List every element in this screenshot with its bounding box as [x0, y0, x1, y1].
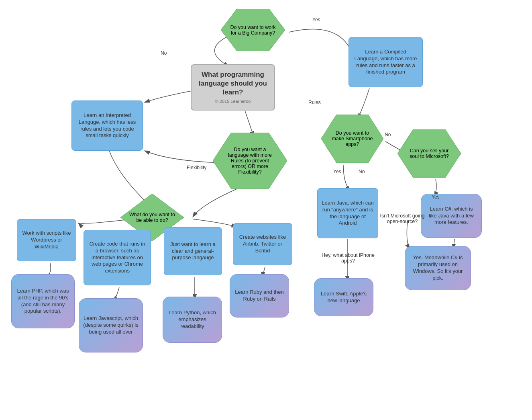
clear-lang-text: Just want to learn a clear and general-p…: [168, 241, 218, 262]
big-company-text: Do you want to work for a Big Company?: [221, 21, 285, 39]
create-websites-text: Create websites like Airbnb, Twitter or …: [237, 234, 288, 254]
interpreted-lang-text: Learn an Interpreted Languge, which has …: [76, 112, 139, 139]
label-no-big: No: [161, 50, 167, 56]
label-rules: Rules: [308, 100, 321, 105]
sell-soul-node: Can you sell your soul to Microsoft?: [397, 129, 461, 178]
label-yes-sell: Yes: [432, 194, 440, 200]
csharp-windows-text: Yes. Meanwhile C# is primarily used on W…: [409, 254, 467, 282]
label-yes-java: Yes: [333, 169, 341, 174]
browser-code-text: Create code that runs in a browser, such…: [88, 241, 147, 275]
sell-soul-text: Can you sell your soul to Microsoft?: [397, 145, 461, 162]
rules-or-flex-text: Do you want a language with more Rules (…: [213, 143, 287, 178]
learn-python-text: Learn Python, which emphasizes readabili…: [167, 309, 218, 330]
learn-java-node: Learn Java, which can run "anywhere" and…: [317, 188, 378, 238]
compiled-lang-text: Learn a Compiled Language, which has mor…: [353, 49, 418, 76]
learn-python-node: Learn Python, which emphasizes readabili…: [163, 297, 222, 343]
label-no-java: No: [359, 169, 365, 174]
label-flexibility: Flexibility: [187, 165, 206, 170]
learn-php-text: Learn PHP, which was all the rage in the…: [16, 288, 70, 315]
learn-csharp-node: Learn C#, which is like Java with a few …: [421, 194, 482, 238]
learn-ruby-text: Learn Ruby and then Ruby on Rails: [234, 289, 285, 303]
compiled-lang-node: Learn a Compiled Language, which has mor…: [349, 37, 423, 87]
interpreted-lang-node: Learn an Interpreted Languge, which has …: [71, 100, 143, 151]
learn-php-node: Learn PHP, which was all the rage in the…: [11, 274, 75, 328]
wordpress-text: Work with scripts like Wordpress or Wiki…: [21, 230, 72, 250]
smartphone-node: Do you want to make Smartphone apps?: [321, 115, 383, 163]
learn-java-text: Learn Java, which can run "anywhere" and…: [322, 200, 374, 227]
learn-csharp-text: Learn C#, which is like Java with a few …: [425, 206, 477, 226]
wordpress-node: Work with scripts like Wordpress or Wiki…: [17, 219, 76, 261]
learn-ruby-node: Learn Ruby and then Ruby on Rails: [230, 274, 289, 318]
main-question-text: What programming language should you lea…: [196, 70, 269, 97]
big-company-node: Do you want to work for a Big Company?: [221, 9, 285, 51]
csharp-windows-node: Yes. Meanwhile C# is primarily used on W…: [405, 246, 471, 290]
label-yes-big: Yes: [312, 17, 320, 23]
learn-swift-node: Learn Swift, Apple's new language: [314, 278, 373, 316]
label-no-smartphone: No: [385, 132, 391, 137]
learn-swift-text: Learn Swift, Apple's new language: [318, 291, 369, 304]
what-do-text: What do you want to be able to do?: [120, 209, 184, 226]
microsoft-open-note: Isn't Microsoft going open-source?: [378, 213, 426, 224]
clear-lang-node: Just want to learn a clear and general-p…: [164, 227, 222, 275]
iphone-apps-note: Hey, what about iPhone apps?: [320, 252, 376, 264]
learn-javascript-text: Learn Javascript, which (despite some qu…: [83, 315, 139, 336]
rules-or-flex-node: Do you want a language with more Rules (…: [213, 133, 287, 189]
create-websites-node: Create websites like Airbnb, Twitter or …: [233, 223, 292, 265]
learn-javascript-node: Learn Javascript, which (despite some qu…: [79, 298, 143, 352]
copyright-text: © 2015 Learneroo: [196, 98, 269, 104]
diagram-container: What programming language should you lea…: [0, 0, 532, 420]
smartphone-text: Do you want to make Smartphone apps?: [321, 127, 383, 150]
main-question-node: What programming language should you lea…: [191, 64, 275, 111]
browser-code-node: Create code that runs in a browser, such…: [84, 230, 151, 285]
